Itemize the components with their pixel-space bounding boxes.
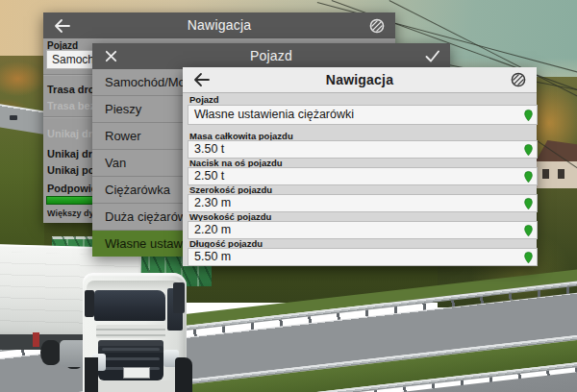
dialog-vehicle-header: Pojazd xyxy=(92,43,450,69)
truck-mirror-left xyxy=(85,290,94,317)
field-height[interactable]: 2.20 m xyxy=(188,221,538,239)
truck-wheel-arch xyxy=(85,357,98,392)
crossed-circle-icon xyxy=(368,17,386,35)
truck-grille-slat xyxy=(102,348,160,351)
field-length-value: 5.50 m xyxy=(194,250,231,263)
field-total-weight-value: 3.50 t xyxy=(194,142,224,156)
field-axle-load[interactable]: 2.50 t xyxy=(188,167,538,185)
green-pin-icon xyxy=(524,109,533,121)
field-vehicle[interactable]: Własne ustawienia ciężarówki xyxy=(188,105,538,125)
field-length[interactable]: 5.50 m xyxy=(188,248,538,266)
truck-grille-slat xyxy=(102,357,160,360)
truck-bumper xyxy=(88,380,183,392)
green-pin-icon xyxy=(524,143,533,156)
checkmark-icon xyxy=(424,49,440,63)
truck-license-plate xyxy=(123,367,150,379)
dialog-truck-header: Nawigacja xyxy=(183,67,537,93)
truck-wheel xyxy=(40,340,62,365)
truck-mirror-right xyxy=(173,282,185,313)
photo-left-hill xyxy=(0,56,44,248)
photo-truck xyxy=(0,234,206,392)
photo-house-window xyxy=(542,169,549,179)
field-total-weight[interactable]: 3.50 t xyxy=(188,140,538,159)
dialog-truck-settings: Nawigacja Pojazd Własne ustawienia cięża… xyxy=(183,67,537,266)
field-width-value: 2.30 m xyxy=(194,196,231,209)
green-pin-icon xyxy=(524,251,533,263)
dialog-vehicle-title: Pojazd xyxy=(92,43,450,69)
field-height-value: 2.20 m xyxy=(194,223,231,236)
sound-disabled-button[interactable] xyxy=(502,67,535,92)
photo-distant-car xyxy=(10,115,17,120)
green-pin-icon xyxy=(524,197,533,209)
dialog-back-header: Nawigacja xyxy=(43,12,395,38)
field-label-vehicle: Pojazd xyxy=(189,94,219,105)
green-pin-icon xyxy=(524,170,533,183)
field-axle-load-value: 2.50 t xyxy=(194,169,224,183)
truck-red-marker xyxy=(33,332,39,347)
truck-windshield xyxy=(94,290,165,321)
field-vehicle-value: Własne ustawienia ciężarówki xyxy=(194,108,354,121)
confirm-button[interactable] xyxy=(415,43,448,69)
dialog-truck-title: Nawigacja xyxy=(183,67,537,92)
green-pin-icon xyxy=(524,224,533,236)
sound-disabled-button[interactable] xyxy=(361,12,393,38)
truck-front-wheel xyxy=(175,357,192,392)
truck-grille-upper xyxy=(96,325,165,338)
photo-house-window xyxy=(558,169,564,179)
photo-house-wall xyxy=(535,161,577,188)
field-width[interactable]: 2.30 m xyxy=(188,194,538,212)
crossed-circle-icon xyxy=(510,71,527,88)
dialog-back-title: Nawigacja xyxy=(43,12,395,38)
